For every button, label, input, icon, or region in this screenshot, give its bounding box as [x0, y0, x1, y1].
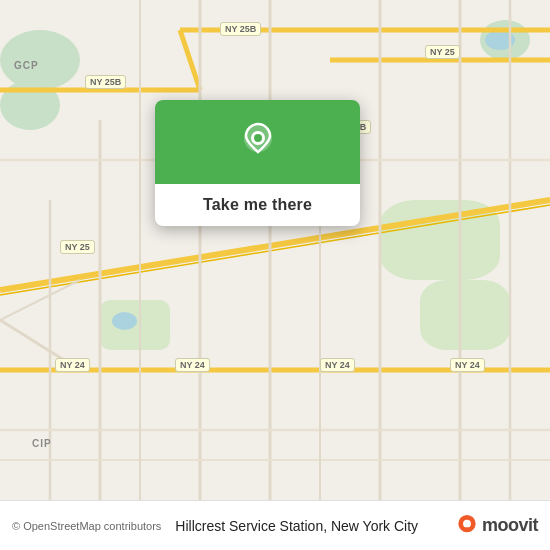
svg-line-4 — [180, 30, 200, 90]
take-me-there-button[interactable]: Take me there — [203, 196, 312, 214]
area-label-cip: CIP — [32, 438, 52, 449]
copyright-text: © OpenStreetMap contributors — [12, 520, 161, 532]
location-popup: Take me there — [155, 100, 360, 226]
svg-point-23 — [254, 134, 262, 142]
area-label-gcp: GCP — [14, 60, 39, 71]
road-label-ny24-4: NY 24 — [450, 358, 485, 372]
map: NY 25B NY 25B NY 25B NY 25 NY 25 NY 24 N… — [0, 0, 550, 500]
popup-body[interactable]: Take me there — [155, 184, 360, 226]
road-label-ny25b-top: NY 25B — [220, 22, 261, 36]
moovit-brand-text: moovit — [482, 515, 538, 536]
popup-header — [155, 100, 360, 184]
svg-point-25 — [463, 519, 471, 527]
moovit-logo: moovit — [456, 515, 538, 537]
bottom-bar: © OpenStreetMap contributors Hillcrest S… — [0, 500, 550, 550]
road-label-ny25b-left: NY 25B — [85, 75, 126, 89]
moovit-pin-icon — [456, 515, 478, 537]
road-label-ny25-mid: NY 25 — [60, 240, 95, 254]
road-label-ny24-3: NY 24 — [320, 358, 355, 372]
location-pin-icon — [236, 120, 280, 164]
location-name: Hillcrest Service Station, New York City — [175, 518, 418, 534]
road-label-ny24-1: NY 24 — [55, 358, 90, 372]
road-label-ny24-2: NY 24 — [175, 358, 210, 372]
road-label-ny25-right: NY 25 — [425, 45, 460, 59]
